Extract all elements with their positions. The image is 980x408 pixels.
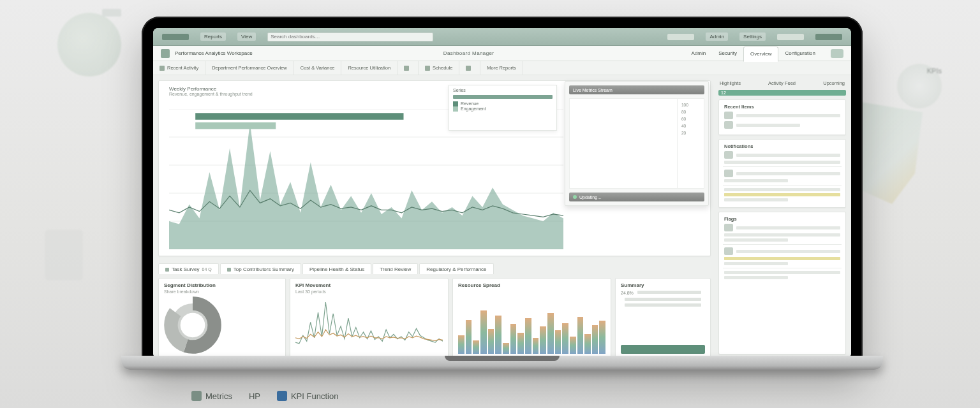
toolbar-chip-2[interactable] (777, 34, 804, 40)
status-dot-icon (573, 195, 577, 199)
side-card-flags[interactable]: Flags (718, 212, 846, 354)
filter-tab-2[interactable]: Cost & Variance (294, 61, 342, 75)
live-metrics-scale: 100 80 60 40 20 (677, 99, 704, 188)
side-column: Highlights Activity Feed Upcoming 12 Rec… (716, 75, 851, 358)
donut-chart (164, 296, 221, 354)
card2-title: KPI Movement (295, 282, 443, 288)
card2-sub: Last 30 periods (295, 289, 443, 294)
chart-legend-box: Series Revenue Engagement (449, 85, 557, 131)
card4-title: Summary (621, 282, 705, 288)
open-report-button[interactable] (621, 345, 705, 354)
top-toolbar: Reports View Admin Settings (153, 28, 851, 46)
svg-rect-7 (195, 122, 276, 129)
subtab-icon (227, 268, 231, 272)
side-card-c-title: Flags (724, 216, 840, 222)
side-card-b-title: Notifications (724, 143, 840, 149)
header-tab-config[interactable]: Configuration (778, 50, 822, 56)
side-head-2: Activity Feed (768, 80, 796, 86)
laptop-frame: Reports View Admin Settings Performance … (142, 17, 863, 366)
subtab-1[interactable]: Top Contributors Summary (220, 263, 301, 274)
legend-item-2: Engagement (461, 106, 486, 111)
header-center-title: Dashboard Manager (253, 50, 685, 56)
toolbar-menu-reports[interactable]: Reports (200, 33, 226, 41)
live-metrics-panel[interactable]: Live Metrics Stream 100 80 60 40 20 U (565, 81, 709, 206)
toolbar-chip-1[interactable] (667, 34, 694, 40)
user-avatar[interactable] (831, 49, 843, 58)
side-card-recent[interactable]: Recent Items (718, 99, 846, 135)
filter-tab-0[interactable]: Recent Activity (153, 61, 205, 75)
filter-tab-6[interactable] (459, 61, 480, 75)
card3-title: Resource Spread (458, 282, 605, 288)
filter-icon (160, 66, 165, 71)
laptop-base (121, 356, 883, 370)
footer-item-2: KPI Function (291, 391, 338, 401)
toolbar-chip-3[interactable] (815, 34, 842, 40)
kpi-icon (277, 391, 287, 401)
subtab-0[interactable]: Task Survey04 Q (158, 263, 219, 274)
main-chart-card: Weekly Performance Revenue, engagement &… (158, 80, 711, 256)
footer-item-1: HP (249, 391, 260, 401)
side-count-badge: 12 (718, 90, 846, 96)
header-link-security[interactable]: Security (712, 50, 743, 56)
flag-icon (724, 247, 733, 255)
toolbar-menu-view[interactable]: View (237, 33, 256, 41)
summary-value-1: 24.8% (621, 291, 634, 295)
footer-item-0: Metrics (205, 391, 232, 401)
card1-title: Segment Distribution (164, 282, 280, 288)
workspace-title: Performance Analytics Workspace (175, 50, 253, 56)
card1-sub: Share breakdown (164, 289, 280, 294)
filter-tab-1[interactable]: Department Performance Overview (205, 61, 294, 75)
app-screen: Reports View Admin Settings Performance … (153, 28, 851, 358)
toolbar-pill-1[interactable] (162, 34, 189, 40)
side-card-a-title: Recent Items (724, 104, 840, 110)
header-link-admin[interactable]: Admin (685, 50, 712, 56)
settings-icon (466, 66, 471, 71)
doc-icon (724, 170, 733, 177)
filter-tab-3[interactable]: Resource Utilization (341, 61, 397, 75)
side-head-3: Upcoming (823, 80, 845, 86)
secondary-header: Performance Analytics Workspace Dashboar… (153, 46, 851, 61)
subtab-icon (165, 268, 169, 272)
svg-point-11 (181, 313, 205, 338)
svg-rect-6 (195, 113, 403, 119)
side-card-notifications[interactable]: Notifications (718, 139, 846, 208)
subtab-2[interactable]: Pipeline Health & Status (302, 263, 371, 274)
chip-icon (404, 66, 409, 71)
sub-tabs: Task Survey04 Q Top Contributors Summary… (158, 260, 711, 274)
flag-icon (724, 224, 733, 231)
brand-icon (161, 49, 170, 58)
bell-icon (724, 151, 733, 159)
header-tab-overview[interactable]: Overview (743, 47, 778, 62)
metrics-icon (191, 391, 202, 401)
legend-item-1: Revenue (461, 101, 479, 106)
filter-tabs: Recent Activity Department Performance O… (153, 61, 851, 75)
calendar-icon (425, 66, 430, 71)
filter-tab-4[interactable] (397, 61, 419, 75)
thumb-icon (724, 112, 733, 119)
toolbar-link-admin[interactable]: Admin (706, 33, 728, 41)
thumb-icon (724, 121, 733, 129)
card-resource-spread[interactable]: Resource Spread (452, 278, 611, 358)
toolbar-link-settings[interactable]: Settings (739, 33, 766, 41)
card-kpi-movement[interactable]: KPI Movement Last 30 periods (290, 278, 449, 358)
side-head-1: Highlights (720, 80, 741, 86)
live-metrics-footer: Updating… (579, 195, 602, 200)
legend-title: Series (453, 88, 553, 92)
subtab-4[interactable]: Regulatory & Performance (419, 263, 493, 274)
filter-tab-7[interactable]: More Reports (480, 61, 523, 75)
bg-kpi-label: KPIs (927, 67, 942, 75)
card-segment-distribution[interactable]: Segment Distribution Share breakdown (158, 278, 286, 358)
small-bar-chart (458, 292, 605, 354)
live-metrics-header: Live Metrics Stream (569, 85, 704, 94)
subtab-3[interactable]: Trend Review (373, 263, 418, 274)
toolbar-search-input[interactable] (267, 33, 433, 41)
card-summary[interactable]: Summary 24.8% (615, 278, 711, 358)
filter-tab-5[interactable]: Schedule (419, 61, 459, 75)
spark-chart (295, 296, 443, 354)
background-decor-left (0, 0, 140, 408)
lower-cards-row: Segment Distribution Share breakdown KPI… (158, 278, 711, 354)
page-footer: Metrics HP KPI Function (0, 388, 980, 404)
